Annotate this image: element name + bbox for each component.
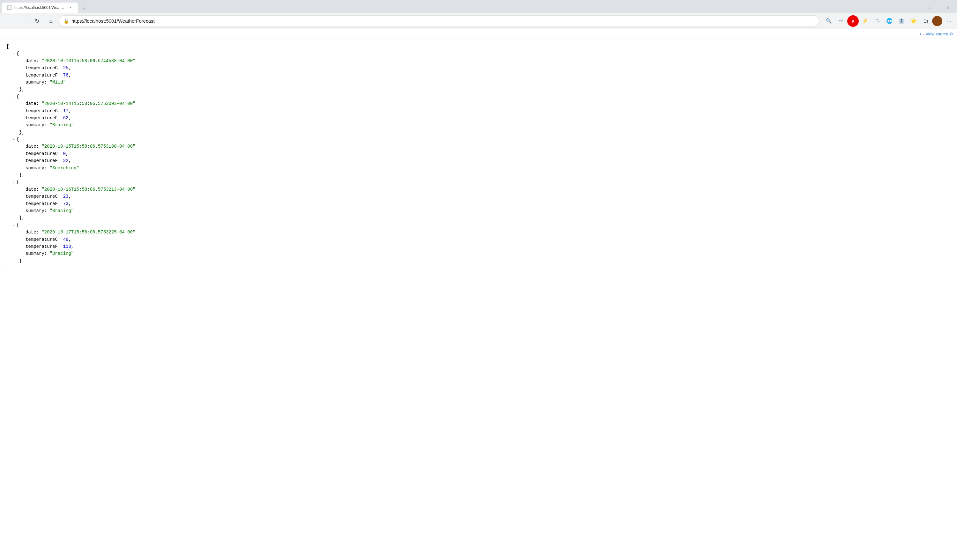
- ublock-icon[interactable]: μ: [847, 15, 859, 27]
- array-close: ]: [6, 264, 951, 271]
- key-date-4: date:: [25, 186, 39, 193]
- value-date-3: "2020-10-15T15:58:06.5753198-04:00": [41, 143, 135, 150]
- collections-icon[interactable]: ⭐: [908, 15, 919, 27]
- item-4-date: date: "2020-10-16T15:58:06.5753213-04:00…: [25, 186, 951, 193]
- collapse-icon-5[interactable]: -: [13, 222, 15, 229]
- nav-bar: ← → ↻ ⌂ 🔒 https://localhost:5001/Weather…: [0, 13, 957, 29]
- item-1-collapse: - {: [13, 50, 951, 57]
- value-tempf-1: 76: [63, 72, 69, 79]
- key-date-1: date:: [25, 57, 39, 65]
- view-source-gear-icon: ⚙: [949, 32, 953, 36]
- item-3-summary: summary: "Scorching": [25, 164, 951, 172]
- value-tempf-2: 62: [63, 115, 69, 121]
- key-summary-5: summary:: [25, 250, 47, 257]
- collapse-icon-2[interactable]: -: [13, 94, 15, 100]
- profile-avatar[interactable]: [932, 16, 942, 26]
- tab-bar: https://localhost:5001/WeatherF… × + ─ □…: [0, 0, 957, 13]
- array-close-bracket: ]: [6, 264, 9, 271]
- value-tempc-4: 23: [63, 193, 69, 200]
- key-date-2: date:: [25, 100, 39, 107]
- minimize-button[interactable]: ─: [906, 3, 921, 13]
- item-1-date: date: "2020-10-13T15:58:06.5744588-04:00…: [25, 57, 951, 65]
- key-tempf-4: temperatureF:: [25, 200, 60, 207]
- item-2-tempf: temperatureF: 62 ,: [25, 115, 951, 121]
- value-tempc-2: 17: [63, 107, 69, 115]
- maximize-button[interactable]: □: [924, 3, 938, 13]
- value-summary-5: "Bracing": [50, 250, 74, 257]
- wallet-icon[interactable]: 🏦: [896, 15, 907, 27]
- home-button[interactable]: ⌂: [45, 15, 57, 27]
- view-source-label: View source: [925, 32, 948, 36]
- key-date-3: date:: [25, 143, 39, 150]
- view-source-link[interactable]: + - View source ⚙: [919, 32, 953, 36]
- value-tempc-1: 25: [63, 65, 69, 71]
- lightning-icon[interactable]: ⚡: [859, 15, 871, 27]
- item-3-tempc: temperatureC: 0 ,: [25, 150, 951, 157]
- collapse-icon-3[interactable]: -: [13, 137, 15, 143]
- item-1-tempc: temperatureC: 25 ,: [25, 65, 951, 71]
- favorites-icon[interactable]: ☆: [835, 15, 846, 27]
- item-5-tempf: temperatureF: 118 ,: [25, 243, 951, 250]
- collapse-icon-4[interactable]: -: [13, 180, 15, 186]
- key-tempf-1: temperatureF:: [25, 72, 60, 79]
- more-button[interactable]: ···: [943, 15, 954, 27]
- key-summary-4: summary:: [25, 207, 47, 214]
- back-button[interactable]: ←: [3, 15, 15, 27]
- address-lock-icon: 🔒: [63, 19, 69, 24]
- item-4-tempc: temperatureC: 23 ,: [25, 193, 951, 200]
- key-summary-2: summary:: [25, 121, 47, 129]
- refresh-button[interactable]: ↻: [31, 15, 43, 27]
- tab-close-button[interactable]: ×: [68, 5, 73, 10]
- window-controls: ─ □ ✕: [906, 3, 955, 13]
- array-open: [: [6, 43, 951, 50]
- item-5-collapse: - {: [13, 222, 951, 229]
- key-tempc-3: temperatureC:: [25, 150, 60, 157]
- item-3-collapse: - {: [13, 136, 951, 143]
- item-1-summary: summary: "Mild": [25, 79, 951, 86]
- json-content-area: [ - { date: "2020-10-13T15:58:06.5744588…: [0, 39, 957, 276]
- item-2-collapse: - {: [13, 93, 951, 100]
- close-button[interactable]: ✕: [941, 3, 955, 13]
- value-summary-4: "Bracing": [50, 207, 74, 214]
- value-tempf-3: 32: [63, 157, 69, 164]
- item-5-close: }: [13, 257, 951, 264]
- value-date-1: "2020-10-13T15:58:06.5744588-04:00": [41, 57, 135, 65]
- view-source-prefix: + -: [919, 32, 924, 36]
- key-tempf-3: temperatureF:: [25, 157, 60, 164]
- value-tempc-3: 0: [63, 150, 66, 157]
- item-2-summary: summary: "Bracing": [25, 121, 951, 129]
- sidepanel-icon[interactable]: 🗂: [920, 15, 932, 27]
- item-3-close: },: [13, 172, 951, 178]
- item-5-tempc: temperatureC: 48 ,: [25, 236, 951, 243]
- address-bar[interactable]: 🔒 https://localhost:5001/WeatherForecast: [59, 15, 819, 27]
- tab-favicon: [7, 5, 12, 10]
- value-tempf-5: 118: [63, 243, 71, 250]
- browser-chrome: https://localhost:5001/WeatherF… × + ─ □…: [0, 0, 957, 39]
- key-tempc-5: temperatureC:: [25, 236, 60, 243]
- item-5-date: date: "2020-10-17T15:58:06.5753225-04:00…: [25, 229, 951, 236]
- item-2-tempc: temperatureC: 17 ,: [25, 107, 951, 115]
- collapse-icon-1[interactable]: -: [13, 51, 15, 57]
- shield-icon[interactable]: 🛡: [872, 15, 883, 27]
- item-4-tempf: temperatureF: 73 ,: [25, 200, 951, 207]
- key-tempc-4: temperatureC:: [25, 193, 60, 200]
- item-5-summary: summary: "Bracing": [25, 250, 951, 257]
- key-tempf-2: temperatureF:: [25, 115, 60, 121]
- key-tempc-1: temperatureC:: [25, 65, 60, 71]
- value-tempf-4: 73: [63, 200, 69, 207]
- value-tempc-5: 48: [63, 236, 69, 243]
- search-icon[interactable]: 🔍: [823, 15, 834, 27]
- array-open-bracket: [: [6, 43, 9, 50]
- item-1-close: },: [13, 86, 951, 93]
- vpn-icon[interactable]: 🌐: [884, 15, 895, 27]
- key-tempf-5: temperatureF:: [25, 243, 60, 250]
- key-summary-3: summary:: [25, 164, 47, 172]
- tab-title: https://localhost:5001/WeatherF…: [14, 5, 65, 10]
- new-tab-button[interactable]: +: [79, 4, 88, 13]
- value-date-5: "2020-10-17T15:58:06.5753225-04:00": [41, 229, 135, 236]
- view-source-bar: + - View source ⚙: [0, 29, 957, 39]
- key-date-5: date:: [25, 229, 39, 236]
- value-date-4: "2020-10-16T15:58:06.5753213-04:00": [41, 186, 135, 193]
- forward-button[interactable]: →: [17, 15, 29, 27]
- active-tab[interactable]: https://localhost:5001/WeatherF… ×: [2, 3, 78, 13]
